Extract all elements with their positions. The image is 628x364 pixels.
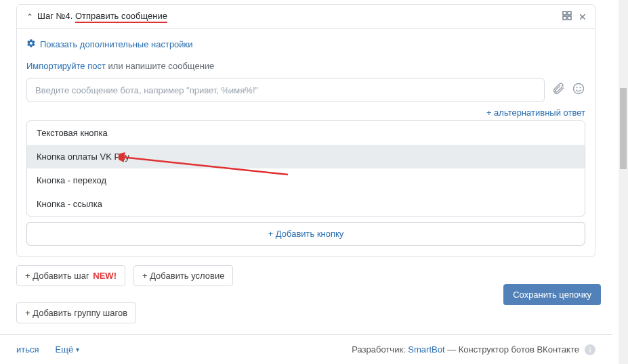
save-chain-button[interactable]: Сохранить цепочку	[503, 284, 601, 305]
step-title: Шаг №4. Отправить сообщение	[37, 11, 167, 23]
dropdown-item-text-button[interactable]: Текстовая кнопка	[27, 121, 585, 145]
svg-rect-3	[568, 16, 571, 20]
step-card: ⌃ Шаг №4. Отправить сообщение ✕ Показать…	[16, 4, 595, 257]
attach-icon[interactable]	[551, 82, 565, 99]
emoji-icon[interactable]	[572, 82, 585, 99]
dropdown-item-link-button[interactable]: Кнопка - ссылка	[27, 192, 585, 216]
add-step-button[interactable]: + Добавить шаг NEW!	[16, 265, 125, 286]
more-menu[interactable]: Ещё ▾	[56, 344, 80, 355]
share-link-fragment[interactable]: иться	[16, 344, 39, 355]
footer-bar: иться Ещё ▾ Разработчик: SmartBot — Конс…	[0, 334, 612, 364]
scrollbar-thumb[interactable]	[620, 88, 627, 169]
dropdown-item-vkpay-button[interactable]: Кнопка оплаты VK Pay	[27, 145, 585, 168]
import-post-link[interactable]: Импортируйте пост	[26, 61, 106, 71]
gear-icon	[26, 39, 36, 50]
import-hint: Импортируйте пост или напишите сообщение	[26, 61, 585, 71]
chevron-up-icon: ⌃	[26, 12, 33, 22]
svg-rect-0	[563, 12, 566, 15]
info-icon[interactable]: i	[585, 344, 595, 355]
show-advanced-settings-link[interactable]: Показать дополнительные настройки	[26, 39, 585, 50]
svg-point-4	[574, 83, 584, 93]
scrollbar-track[interactable]	[619, 0, 628, 364]
svg-rect-2	[563, 16, 566, 20]
step-header[interactable]: ⌃ Шаг №4. Отправить сообщение ✕	[17, 5, 595, 29]
chevron-down-icon: ▾	[76, 346, 79, 353]
developer-credit: Разработчик: SmartBot — Конструктор бото…	[352, 344, 579, 355]
add-button[interactable]: + Добавить кнопку	[26, 222, 585, 246]
button-type-dropdown: Текстовая кнопка Кнопка оплаты VK Pay Кн…	[26, 120, 585, 217]
svg-point-6	[580, 87, 581, 88]
add-condition-button[interactable]: + Добавить условие	[133, 265, 233, 286]
bot-message-input[interactable]	[26, 78, 545, 102]
grid-icon[interactable]	[562, 11, 572, 22]
show-advanced-settings-label: Показать дополнительные настройки	[40, 39, 193, 49]
add-step-group-button[interactable]: + Добавить группу шагов	[16, 302, 136, 323]
developer-link[interactable]: SmartBot	[408, 344, 444, 355]
alternative-answer-link[interactable]: + альтернативный ответ	[26, 108, 585, 118]
close-icon[interactable]: ✕	[579, 12, 587, 22]
dropdown-item-transition-button[interactable]: Кнопка - переход	[27, 168, 585, 192]
svg-point-5	[577, 87, 578, 88]
svg-rect-1	[568, 12, 571, 15]
